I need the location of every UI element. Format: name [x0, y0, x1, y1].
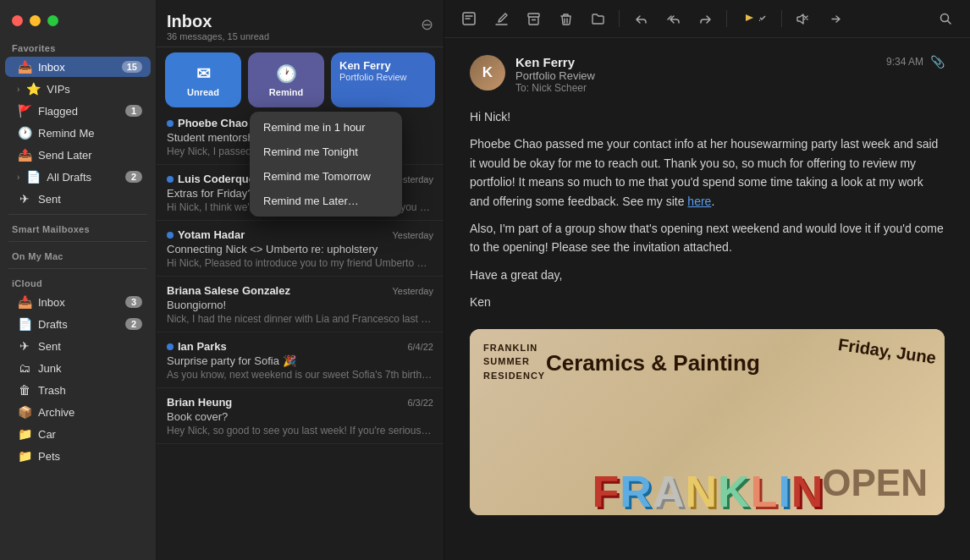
unread-swipe-button[interactable]: ✉ Unread: [165, 52, 241, 107]
remind-1hour[interactable]: Remind me in 1 hour: [250, 115, 402, 140]
sidebar-item-vips[interactable]: › ⭐ VIPs: [5, 79, 151, 99]
email-to: To: Nick Scheer: [515, 82, 876, 94]
inbox-icon: 📥: [17, 59, 32, 74]
poster-decorative: F R A N K L I N: [592, 469, 823, 515]
message-row[interactable]: Ian Parks 6/4/22 Surprise party for Sofi…: [157, 332, 444, 388]
sidebar-item-flagged[interactable]: 🚩 Flagged 1: [5, 101, 151, 121]
email-meta: Ken Ferry Portfolio Review To: Nick Sche…: [515, 55, 876, 94]
sidebar-item-send-later[interactable]: 📤 Send Later: [5, 145, 151, 165]
icloud-label: iCloud: [0, 273, 156, 291]
compose-button[interactable]: [488, 7, 514, 30]
sidebar-item-trash[interactable]: 🗑 Trash: [5, 380, 151, 400]
sidebar-item-label: Inbox: [38, 296, 119, 309]
sidebar-item-junk[interactable]: 🗂 Junk: [5, 358, 151, 378]
sidebar-item-label: Sent: [38, 340, 142, 353]
inbox-icon: 📥: [17, 294, 32, 310]
message-sender: Ian Parks: [167, 340, 227, 353]
sidebar-item-label: Remind Me: [38, 127, 142, 140]
message-row[interactable]: Brian Heung 6/3/22 Book cover? Hey Nick,…: [157, 388, 444, 444]
divider: [8, 214, 147, 215]
reply-all-button[interactable]: [660, 7, 686, 30]
unread-dot: [167, 176, 174, 183]
close-button[interactable]: [12, 15, 23, 26]
toolbar-divider: [619, 10, 620, 27]
sidebar-item-car[interactable]: 📁 Car: [5, 424, 151, 444]
dropdown-wrapper: ✉ Unread 🕐 Remind Ken Ferry Portfolio Re…: [165, 52, 435, 107]
unread-dot: [167, 232, 174, 239]
ken-ferry-card[interactable]: Ken Ferry Portfolio Review: [331, 52, 435, 107]
message-list-header: Inbox 36 messages, 15 unread ⊖: [157, 0, 444, 47]
remind-later[interactable]: Remind me Later…: [250, 189, 402, 213]
email-detail: K Ken Ferry Portfolio Review To: Nick Sc…: [444, 0, 970, 560]
portfolio-link[interactable]: here: [687, 195, 711, 208]
chevron-icon: ›: [17, 173, 19, 182]
sidebar-item-label: Pets: [38, 450, 142, 463]
sidebar-item-label: Send Later: [38, 149, 142, 162]
minimize-button[interactable]: [30, 15, 41, 26]
sidebar-item-label: Drafts: [38, 318, 119, 331]
sidebar-item-inbox[interactable]: 📥 Inbox 15: [5, 57, 151, 77]
mute-button[interactable]: [791, 7, 816, 30]
sidebar-item-pets[interactable]: 📁 Pets: [5, 446, 151, 466]
message-subject: Surprise party for Sofia 🎉: [167, 354, 433, 367]
send-later-icon: 📤: [17, 147, 32, 162]
message-preview: Hi Nick, Pleased to introduce you to my …: [167, 257, 433, 269]
inbox-badge: 15: [122, 61, 142, 73]
poster-label: FRANKLIN SUMMER RESIDENCY: [483, 341, 545, 383]
flag-button[interactable]: [736, 7, 773, 30]
message-row[interactable]: Briana Salese Gonzalez Yesterday Buongio…: [157, 277, 444, 332]
search-button[interactable]: [933, 7, 958, 30]
swipe-actions-container: ✉ Unread 🕐 Remind Ken Ferry Portfolio Re…: [157, 47, 444, 109]
sidebar-item-archive[interactable]: 📦 Archive: [5, 402, 151, 422]
message-row[interactable]: Yotam Hadar Yesterday Connecting Nick <>…: [157, 221, 444, 277]
sidebar-item-label: VIPs: [47, 83, 142, 96]
clock-icon: 🕐: [276, 63, 297, 84]
more-button[interactable]: [823, 7, 848, 30]
sidebar-item-icloud-inbox[interactable]: 📥 Inbox 3: [5, 292, 151, 312]
email-paragraph-2: Also, I'm part of a group show that's op…: [470, 219, 945, 257]
ken-ferry-subject: Portfolio Review: [339, 72, 427, 82]
reply-button[interactable]: [628, 7, 653, 30]
smart-mailboxes-label: Smart Mailboxes: [0, 219, 156, 237]
email-sign-off: Have a great day,: [470, 266, 945, 284]
on-my-mac-label: On My Mac: [0, 246, 156, 264]
unread-dot: [167, 343, 174, 350]
folder-icon: 📁: [17, 426, 32, 442]
toolbar-divider: [726, 10, 727, 27]
poster-big-title: Ceramics & Painting: [546, 346, 760, 382]
message-sender: Phoebe Chao: [167, 117, 248, 129]
new-message-button[interactable]: [456, 7, 482, 30]
message-sender: Briana Salese Gonzalez: [167, 284, 290, 297]
chevron-icon: ›: [17, 85, 19, 94]
junk-icon: 🗂: [17, 360, 32, 376]
sidebar-item-label: Junk: [38, 362, 142, 375]
drafts-badge: 2: [125, 171, 142, 183]
remind-tonight[interactable]: Remind me Tonight: [250, 140, 402, 164]
clock-icon: 🕐: [17, 125, 32, 140]
maximize-button[interactable]: [47, 15, 58, 26]
icloud-drafts-badge: 2: [125, 318, 142, 330]
email-header-row: K Ken Ferry Portfolio Review To: Nick Sc…: [470, 55, 945, 94]
sidebar-item-icloud-drafts[interactable]: 📄 Drafts 2: [5, 314, 151, 334]
flag-icon: 🚩: [17, 103, 32, 118]
folder-icon: 📁: [17, 448, 32, 464]
ken-ferry-name: Ken Ferry: [339, 59, 427, 72]
sidebar-item-sent[interactable]: ✈ Sent: [5, 189, 151, 209]
remind-swipe-button[interactable]: 🕐 Remind: [248, 52, 324, 107]
trash-icon: 🗑: [17, 382, 32, 398]
sidebar-item-remind-me[interactable]: 🕐 Remind Me: [5, 123, 151, 143]
message-subject: Connecting Nick <> Umberto re: upholster…: [167, 243, 433, 255]
email-greeting: Hi Nick!: [470, 107, 945, 126]
forward-button[interactable]: [692, 7, 718, 30]
archive-button[interactable]: [521, 7, 546, 30]
poster-content: FRANKLIN SUMMER RESIDENCY Ceramics & Pai…: [470, 329, 945, 515]
filter-icon[interactable]: ⊖: [421, 15, 433, 34]
drafts-icon: 📄: [25, 169, 41, 184]
sidebar-item-icloud-sent[interactable]: ✈ Sent: [5, 336, 151, 356]
move-button[interactable]: [585, 7, 610, 30]
remind-tomorrow[interactable]: Remind me Tomorrow: [250, 164, 402, 189]
trash-button[interactable]: [553, 7, 578, 30]
vips-icon: ⭐: [25, 81, 41, 96]
email-toolbar: [444, 0, 970, 38]
sidebar-item-all-drafts[interactable]: › 📄 All Drafts 2: [5, 167, 151, 187]
